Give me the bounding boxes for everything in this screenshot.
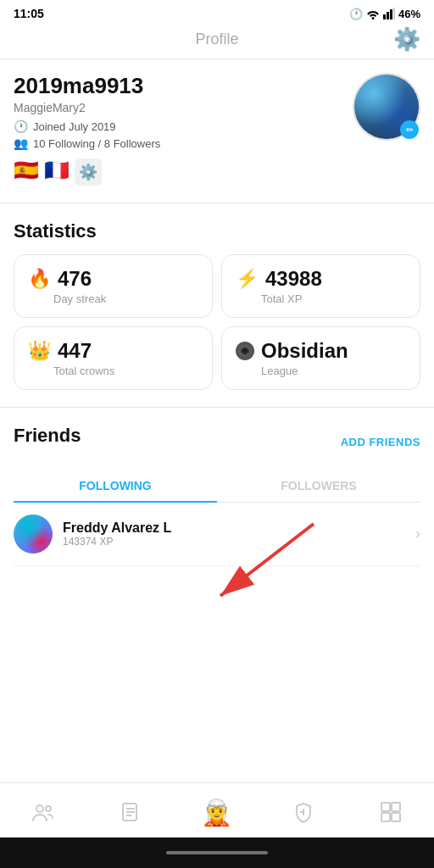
stat-streak-top: 🔥 476 [28, 267, 198, 291]
svg-rect-2 [390, 9, 392, 19]
statistics-title: Statistics [14, 220, 420, 242]
settings-icon[interactable]: ⚙️ [393, 26, 420, 53]
avatar-edit-button[interactable]: ✏ [400, 120, 419, 139]
clock-icon: 🕐 [14, 120, 28, 133]
streak-label: Day streak [53, 292, 198, 305]
bottom-navigation: 🧝 [0, 782, 434, 837]
chevron-right-icon: › [415, 525, 420, 542]
stat-league-top: Obsidian [236, 339, 406, 363]
stat-total-xp: ⚡ 43988 Total XP [221, 254, 420, 318]
battery-level: 46% [398, 8, 420, 20]
svg-rect-1 [387, 12, 389, 19]
tab-followers[interactable]: FOLLOWERS [217, 470, 420, 503]
nav-item-learn[interactable] [105, 792, 156, 832]
nav-item-profile[interactable]: 🧝 [192, 792, 242, 832]
crown-icon: 👑 [28, 340, 51, 362]
svg-rect-19 [392, 813, 400, 821]
flag-spanish: 🇪🇸 [14, 159, 39, 186]
profile-info: 2019ma9913 MaggieMary2 🕐 Joined July 201… [14, 73, 353, 186]
crowns-value: 447 [58, 339, 92, 363]
svg-point-8 [36, 805, 43, 812]
friend-avatar [14, 515, 53, 554]
stat-total-crowns: 👑 447 Total crowns [14, 326, 213, 390]
friends-tabs: FOLLOWING FOLLOWERS [14, 470, 420, 503]
add-friends-button[interactable]: ADD FRIENDS [341, 436, 420, 448]
people-nav-icon [31, 800, 55, 824]
stats-grid: 🔥 476 Day streak ⚡ 43988 Total XP 👑 447 [14, 254, 420, 390]
svg-point-9 [46, 806, 51, 811]
friend-xp: 143374 XP [63, 536, 405, 548]
status-time: 11:05 [14, 7, 44, 20]
alarm-icon: 🕐 [349, 8, 363, 20]
friend-info: Freddy Alvarez L 143374 XP [63, 520, 405, 548]
nav-item-social[interactable] [18, 792, 69, 832]
crowns-label: Total crowns [53, 364, 198, 377]
language-flags: 🇪🇸 🇫🇷 ⚙️ [14, 159, 353, 186]
tab-following[interactable]: FOLLOWING [14, 470, 217, 503]
list-item[interactable]: Freddy Alvarez L 143374 XP › [14, 503, 420, 566]
league-value: Obsidian [261, 339, 348, 363]
profile-section: 2019ma9913 MaggieMary2 🕐 Joined July 201… [0, 59, 434, 203]
stat-day-streak: 🔥 476 Day streak [14, 254, 213, 318]
league-label: League [261, 364, 406, 377]
book-nav-icon [119, 800, 142, 824]
streak-value: 476 [58, 267, 92, 291]
lightning-icon: ⚡ [236, 268, 259, 290]
status-right: 🕐 46% [349, 8, 420, 20]
character-nav-icon: 🧝 [201, 798, 232, 827]
people-icon: 👥 [14, 136, 28, 150]
friend-avatar-image [14, 515, 53, 554]
home-bar [0, 837, 434, 868]
nav-item-shop[interactable] [365, 792, 416, 832]
nav-item-shield[interactable] [278, 792, 329, 832]
home-indicator [166, 851, 268, 854]
status-bar: 11:05 🕐 46% [0, 0, 434, 24]
xp-value: 43988 [265, 267, 322, 291]
username: 2019ma9913 [14, 73, 353, 99]
friends-header: Friends ADD FRIENDS [14, 425, 420, 459]
statistics-section: Statistics 🔥 476 Day streak ⚡ 43988 Tota… [0, 203, 434, 408]
svg-rect-3 [393, 8, 395, 19]
page-header: Profile ⚙️ [0, 24, 434, 59]
friends-title: Friends [14, 425, 81, 447]
shop-nav-icon [379, 800, 403, 824]
display-name: MaggieMary2 [14, 101, 353, 114]
flag-french: 🇫🇷 [44, 159, 70, 186]
svg-rect-0 [383, 14, 386, 19]
page-title: Profile [195, 31, 238, 48]
svg-rect-16 [381, 803, 390, 811]
follow-stats: 👥 10 Following / 8 Followers [14, 136, 353, 150]
settings-flag[interactable]: ⚙️ [75, 159, 102, 186]
stat-crowns-top: 👑 447 [28, 339, 198, 363]
wifi-icon [366, 8, 380, 19]
friend-name: Freddy Alvarez L [63, 520, 405, 536]
signal-icon [383, 8, 395, 19]
svg-rect-17 [392, 803, 400, 811]
stat-league: Obsidian League [221, 326, 420, 390]
stat-xp-top: ⚡ 43988 [236, 267, 406, 291]
friends-section: Friends ADD FRIENDS FOLLOWING FOLLOWERS … [0, 408, 434, 566]
svg-rect-18 [381, 813, 390, 821]
fire-icon: 🔥 [28, 268, 51, 290]
xp-label: Total XP [261, 292, 406, 305]
obsidian-icon [236, 342, 254, 360]
join-date: 🕐 Joined July 2019 [14, 120, 353, 133]
shield-nav-icon [292, 800, 315, 824]
avatar-container[interactable]: ✏ [353, 73, 420, 141]
